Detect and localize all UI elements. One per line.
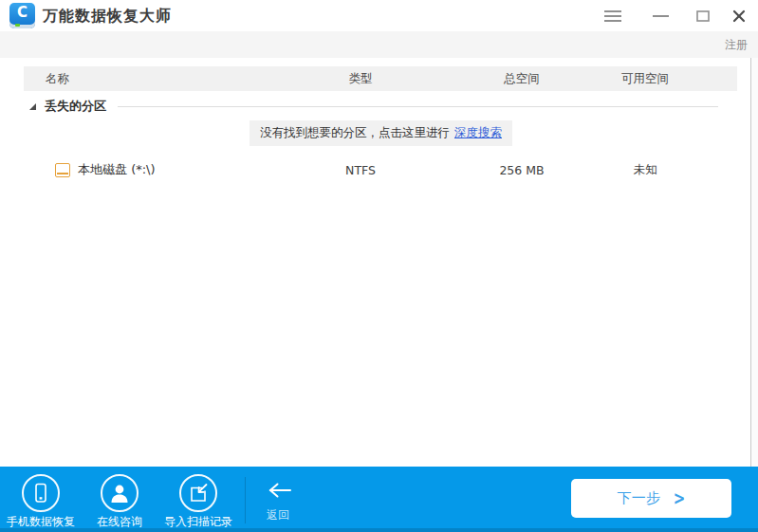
- deep-search-link[interactable]: 深度搜索: [454, 125, 502, 141]
- menu-button[interactable]: [598, 0, 628, 31]
- close-button[interactable]: [724, 0, 754, 31]
- person-icon: [101, 474, 139, 512]
- next-step-button[interactable]: 下一步 >: [571, 479, 731, 518]
- column-header-free: 可用空间: [602, 71, 688, 87]
- deep-search-notice: 没有找到想要的分区，点击这里进行 深度搜索: [250, 120, 512, 146]
- app-window: C 万能数据恢复大师: [0, 0, 758, 532]
- column-header-total: 总空间: [441, 71, 602, 87]
- chevron-right-icon: >: [674, 487, 686, 509]
- phone-recovery-button[interactable]: 手机数据恢复: [2, 474, 80, 530]
- maximize-icon: [696, 10, 710, 22]
- notice-text: 没有找到想要的分区，点击这里进行: [260, 125, 450, 141]
- minimize-button[interactable]: [645, 0, 675, 31]
- table-header: 名称 类型 总空间 可用空间: [24, 66, 737, 91]
- app-logo-led: [15, 24, 20, 27]
- menu-icon: [603, 9, 622, 23]
- app-logo-icon: C: [9, 3, 35, 28]
- column-header-type: 类型: [280, 71, 441, 87]
- maximize-button[interactable]: [688, 0, 718, 31]
- back-button[interactable]: 返回: [267, 482, 292, 523]
- import-scan-button[interactable]: 导入扫描记录: [158, 474, 238, 530]
- phone-icon: [22, 474, 60, 512]
- disk-free-label: 未知: [602, 162, 688, 178]
- column-header-name: 名称: [24, 71, 280, 87]
- online-consult-button[interactable]: 在线咨询: [81, 474, 158, 530]
- drive-icon: [55, 163, 70, 177]
- app-logo-letter: C: [9, 4, 35, 21]
- disk-name-label: 本地磁盘 (*:\): [78, 161, 156, 178]
- bottom-toolbar: 手机数据恢复 在线咨询 导入扫描记录: [0, 467, 758, 532]
- group-row-lost-partitions: 丢失的分区: [24, 95, 737, 118]
- toolbar-divider: [245, 477, 246, 523]
- disk-total-label: 256 MB: [441, 163, 602, 177]
- disk-type-label: NTFS: [280, 163, 441, 177]
- window-title: 万能数据恢复大师: [43, 0, 172, 31]
- group-divider-line: [118, 106, 718, 107]
- table-row-local-disk[interactable]: 本地磁盘 (*:\) NTFS 256 MB 未知: [24, 154, 737, 186]
- register-strip: 注册: [0, 31, 758, 58]
- toolbar-bottom-shade: [0, 528, 758, 532]
- minimize-icon: [653, 14, 669, 18]
- register-link[interactable]: 注册: [725, 31, 748, 58]
- back-label: 返回: [267, 507, 292, 523]
- title-bar: C 万能数据恢复大师: [0, 0, 758, 31]
- window-right-edge: [750, 58, 758, 467]
- group-label: 丢失的分区: [45, 98, 106, 115]
- next-step-label: 下一步: [618, 489, 660, 507]
- close-icon: [732, 9, 746, 23]
- import-icon: [179, 474, 217, 512]
- left-arrow-icon: [267, 482, 292, 499]
- expander-icon[interactable]: [29, 103, 36, 110]
